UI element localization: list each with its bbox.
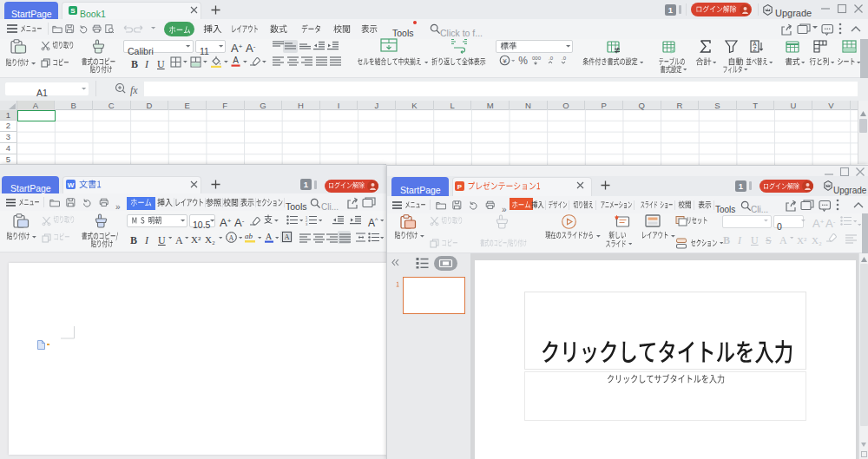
svg-text:A: A [284,233,290,241]
svg-text:W: W [68,181,75,189]
svg-text:A: A [229,233,234,241]
svg-text:ab: ab [245,232,253,240]
svg-text:P: P [457,182,463,190]
svg-text:A: A [266,232,273,241]
